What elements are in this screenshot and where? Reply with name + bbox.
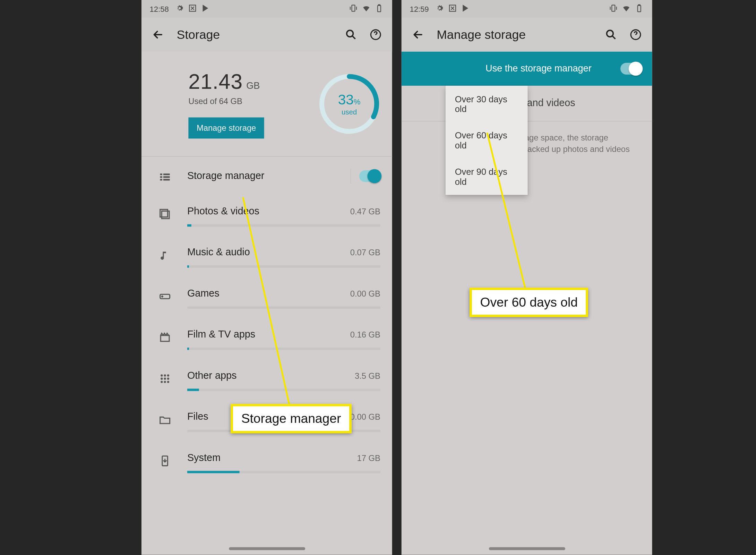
row-storage-manager[interactable]: Storage manager xyxy=(141,157,392,196)
play-store-icon xyxy=(200,3,210,14)
svg-point-18 xyxy=(161,374,163,376)
svg-rect-30 xyxy=(638,5,641,11)
row-value: 0.47 GB xyxy=(350,207,380,216)
row-music-audio[interactable]: Music & audio0.07 GB xyxy=(141,237,392,278)
row-value: 0.00 GB xyxy=(350,289,380,298)
row-system[interactable]: System17 GB xyxy=(141,443,392,484)
svg-point-19 xyxy=(164,374,166,376)
row-games[interactable]: Games0.00 GB xyxy=(141,278,392,319)
manage-storage-screen: 12:59 Manage storage Use the storage man… xyxy=(402,0,652,555)
apps-icon xyxy=(153,370,177,385)
row-label: Files xyxy=(187,411,208,423)
clock: 12:58 xyxy=(150,5,169,13)
row-value: 0.00 GB xyxy=(350,412,380,421)
photos-icon xyxy=(153,205,177,221)
row-value: 0.07 GB xyxy=(350,248,380,257)
help-button[interactable] xyxy=(627,26,644,43)
use-storage-manager-toggle[interactable] xyxy=(620,63,642,75)
row-value: 0.16 GB xyxy=(350,330,380,339)
clock: 12:59 xyxy=(410,5,429,13)
svg-point-20 xyxy=(167,374,169,376)
row-label: Other apps xyxy=(187,370,237,382)
help-button[interactable] xyxy=(368,26,384,43)
svg-point-25 xyxy=(164,381,166,383)
storage-categories: Storage manager Photos & videos0.47 GB M… xyxy=(141,157,392,484)
svg-point-21 xyxy=(161,378,163,380)
battery-icon xyxy=(375,3,384,14)
vibrate-icon xyxy=(349,3,358,14)
storage-summary: 21.43 GB Used of 64 GB Manage storage 33… xyxy=(141,52,392,157)
menu-item-30[interactable]: Over 30 days old xyxy=(446,86,528,122)
svg-rect-3 xyxy=(378,5,380,5)
gamepad-icon xyxy=(153,288,177,303)
gear-icon xyxy=(435,3,444,14)
row-label: Games xyxy=(187,288,220,299)
row-photos-videos[interactable]: Photos & videos0.47 GB xyxy=(141,196,392,237)
list-icon xyxy=(153,169,177,184)
row-other-apps[interactable]: Other apps3.5 GB xyxy=(141,360,392,401)
vibrate-icon xyxy=(609,3,618,14)
svg-rect-1 xyxy=(352,5,355,11)
row-label: System xyxy=(187,452,221,464)
svg-rect-11 xyxy=(163,173,170,175)
row-value: 3.5 GB xyxy=(355,371,380,381)
banner-label: Use the storage manager xyxy=(402,63,652,74)
page-title: Storage xyxy=(177,28,334,42)
page-title: Manage storage xyxy=(437,28,594,42)
svg-rect-12 xyxy=(163,176,170,178)
status-bar: 12:58 xyxy=(141,0,392,18)
clapper-icon xyxy=(153,329,177,344)
nav-handle[interactable] xyxy=(229,547,305,550)
usage-ring: 33% used xyxy=(317,71,381,136)
svg-rect-9 xyxy=(160,176,162,178)
callout-over-60-days: Over 60 days old xyxy=(470,288,588,317)
search-button[interactable] xyxy=(343,26,359,43)
row-label: Film & TV apps xyxy=(187,329,255,341)
svg-point-23 xyxy=(167,378,169,380)
callout-storage-manager: Storage manager xyxy=(231,404,352,433)
app-bar: Manage storage xyxy=(402,18,652,52)
search-button[interactable] xyxy=(603,26,619,43)
svg-point-22 xyxy=(164,378,166,380)
square-x-icon xyxy=(188,3,197,14)
back-button[interactable] xyxy=(150,26,166,43)
svg-rect-13 xyxy=(163,179,170,181)
back-button[interactable] xyxy=(410,26,426,43)
system-update-icon xyxy=(153,452,177,467)
menu-item-60[interactable]: Over 60 days old xyxy=(446,122,528,159)
menu-item-90[interactable]: Over 90 days old xyxy=(446,159,528,195)
row-label: Photos & videos xyxy=(187,205,259,217)
row-label: Music & audio xyxy=(187,247,250,258)
row-film-tv[interactable]: Film & TV apps0.16 GB xyxy=(141,319,392,360)
svg-rect-10 xyxy=(160,179,162,181)
svg-rect-31 xyxy=(638,5,640,5)
svg-point-24 xyxy=(161,381,163,383)
music-icon xyxy=(153,247,177,262)
used-subtext: Used of 64 GB xyxy=(188,96,299,106)
square-x-icon xyxy=(448,3,457,14)
gear-icon xyxy=(175,3,184,14)
svg-rect-2 xyxy=(378,5,381,11)
storage-screen: 12:58 Storage 21.43 GB xyxy=(141,0,392,555)
storage-manager-toggle[interactable] xyxy=(359,170,380,182)
row-label: Storage manager xyxy=(187,170,264,182)
svg-rect-8 xyxy=(160,173,162,175)
age-dropdown-menu: Over 30 days old Over 60 days old Over 9… xyxy=(446,86,528,195)
battery-icon xyxy=(635,3,644,14)
svg-rect-17 xyxy=(161,335,169,341)
svg-rect-29 xyxy=(612,5,615,11)
used-unit: GB xyxy=(246,80,260,91)
status-bar: 12:59 xyxy=(402,0,652,18)
svg-point-32 xyxy=(607,30,613,37)
wifi-icon xyxy=(621,3,631,14)
manage-storage-button[interactable]: Manage storage xyxy=(188,118,264,139)
app-bar: Storage xyxy=(141,18,392,52)
used-amount: 21.43 xyxy=(188,69,243,94)
svg-point-4 xyxy=(347,30,353,37)
play-store-icon xyxy=(461,3,470,14)
svg-point-26 xyxy=(167,381,169,383)
nav-handle[interactable] xyxy=(489,547,565,550)
row-value: 17 GB xyxy=(357,453,380,463)
use-storage-manager-banner[interactable]: Use the storage manager xyxy=(402,52,652,86)
wifi-icon xyxy=(362,3,371,14)
